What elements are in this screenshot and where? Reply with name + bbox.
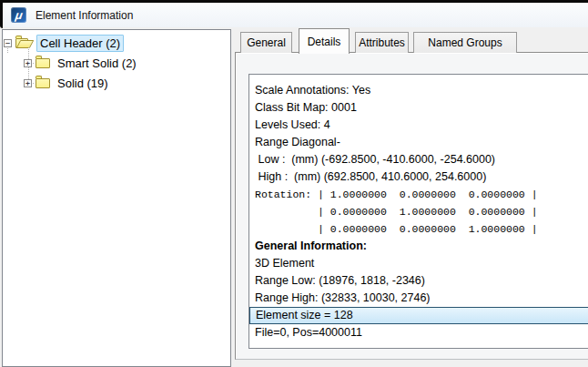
element-information-window: μ Element Information − Cell Header (2) … <box>0 0 588 367</box>
tab-named-groups[interactable]: Named Groups <box>413 32 517 53</box>
tree-item-solid-19[interactable]: + Solid (19) <box>3 74 251 92</box>
closed-folder-icon <box>35 78 50 88</box>
tab-details[interactable]: Details <box>299 28 350 54</box>
closed-folder-icon <box>35 58 50 68</box>
tab-label: Details <box>308 36 341 48</box>
tree-item-cell-header-2[interactable]: − Cell Header (2) <box>3 34 231 52</box>
titlebar: μ Element Information <box>3 3 588 27</box>
tree-item-label: Solid (19) <box>54 75 112 92</box>
tree-expander-icon[interactable]: − <box>4 39 12 47</box>
detail-line[interactable]: Scale Annotations: Yes <box>249 82 588 99</box>
tree-item-label: Cell Header (2) <box>36 35 124 52</box>
microstation-logo-icon: μ <box>11 7 26 23</box>
window-title: Element Information <box>35 9 133 22</box>
detail-line[interactable]: 3D Element <box>249 255 588 272</box>
detail-line[interactable]: | 0.0000000 0.0000000 1.0000000 | <box>249 220 588 238</box>
tab-label: Named Groups <box>428 36 502 49</box>
tab-label: Attributes <box>359 36 405 49</box>
detail-line[interactable]: Class Bit Map: 0001 <box>249 99 588 117</box>
detail-line[interactable]: Low : (mm) (-692.8500, -410.6000, -254.6… <box>249 151 588 168</box>
detail-line[interactable]: Levels Used: 4 <box>249 117 588 134</box>
tab-attributes[interactable]: Attributes <box>355 32 409 53</box>
detail-line[interactable]: Range Low: (18976, 1818, -2346) <box>249 272 588 290</box>
detail-line-selected[interactable]: Element size = 128 <box>249 307 588 324</box>
detail-line[interactable]: Rotation: | 1.0000000 0.0000000 0.000000… <box>249 186 588 203</box>
detail-line[interactable]: Range High: (32833, 10030, 2746) <box>249 290 588 307</box>
tree-expander-icon[interactable]: + <box>24 59 32 67</box>
detail-line[interactable]: | 0.0000000 1.0000000 0.0000000 | <box>249 203 588 220</box>
element-tree-panel: − Cell Header (2) + Smart Solid (2) + So… <box>2 29 231 367</box>
open-folder-icon <box>15 38 33 48</box>
tab-label: General <box>247 36 286 49</box>
details-content-box: Scale Annotations: YesClass Bit Map: 000… <box>248 74 588 349</box>
tree-expander-icon[interactable]: + <box>24 79 32 87</box>
detail-line[interactable]: Range Diagonal- <box>249 134 588 151</box>
tree-item-label: Smart Solid (2) <box>54 55 140 72</box>
detail-line[interactable]: General Information: <box>249 238 588 255</box>
detail-line[interactable]: File=0, Pos=4000011 <box>249 324 588 342</box>
tab-general[interactable]: General <box>240 32 292 53</box>
detail-line[interactable]: High : (mm) (692.8500, 410.6000, 254.600… <box>249 168 588 186</box>
tree-item-smart-solid-2[interactable]: + Smart Solid (2) <box>3 54 251 72</box>
